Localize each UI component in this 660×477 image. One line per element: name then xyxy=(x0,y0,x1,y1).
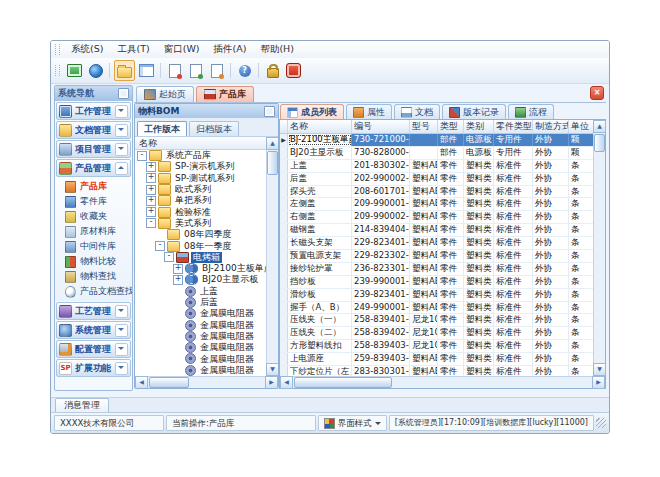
sidebar-item[interactable]: 原材料库 xyxy=(55,224,132,239)
tree-item[interactable]: BJ20主显示板 xyxy=(135,274,266,285)
menu-item[interactable]: 系统(S) xyxy=(64,42,110,57)
tree-item[interactable]: 美式系列 xyxy=(135,218,266,229)
pin-icon[interactable] xyxy=(264,106,275,117)
members-tab[interactable]: 版本记录 xyxy=(442,104,506,119)
computer-icon[interactable] xyxy=(65,61,84,80)
scroll-thumb[interactable] xyxy=(594,134,605,152)
column-header[interactable]: 制造方式 xyxy=(533,120,569,133)
nav-group[interactable]: 工艺管理 xyxy=(56,302,131,320)
scroll-thumb[interactable] xyxy=(267,151,278,175)
menu-grip[interactable] xyxy=(55,44,60,55)
chevron-down-icon[interactable] xyxy=(115,324,128,337)
scroll-up-icon[interactable]: ▲ xyxy=(593,120,606,133)
toolbar-grip[interactable] xyxy=(55,65,60,76)
table-row[interactable]: 压线夹（二） 258-839402-00X 尼龙1010 零件 塑料类 标准件 … xyxy=(280,327,593,340)
chevron-down-icon[interactable] xyxy=(115,343,128,356)
help-icon[interactable]: ? xyxy=(235,61,254,80)
tree-horizontal-scrollbar[interactable]: ◀ ▶ xyxy=(135,376,278,388)
tree-item[interactable]: 08年四季度 xyxy=(135,229,266,240)
sidebar-item[interactable]: 物料比较 xyxy=(55,254,132,269)
nav-group[interactable]: 文档管理 xyxy=(56,121,131,139)
column-header[interactable]: 型号 xyxy=(410,120,438,133)
version-tab[interactable]: 工作版本 xyxy=(137,121,187,136)
tree-expander-icon[interactable] xyxy=(164,252,174,262)
tree-item[interactable]: 金属膜电阻器 xyxy=(135,342,266,353)
sidebar-item[interactable]: 产品库 xyxy=(55,179,132,194)
column-header[interactable]: 单位 xyxy=(569,120,593,133)
document-tab[interactable]: 起始页 xyxy=(136,86,194,102)
chevron-down-icon[interactable] xyxy=(115,143,128,156)
tree-expander-icon[interactable] xyxy=(146,185,156,195)
tree-item[interactable]: 金属膜电阻器 xyxy=(135,331,266,342)
folder-open-icon[interactable] xyxy=(114,60,135,81)
doc-new-icon[interactable] xyxy=(207,61,226,80)
tree-item[interactable]: 欧式系列 xyxy=(135,184,266,195)
table-row[interactable]: 接纱轮护罩 236-823301-00X 塑料ABS 零件 塑料类 标准件 外协… xyxy=(280,263,593,276)
sidebar-item[interactable]: 零件库 xyxy=(55,194,132,209)
scroll-left-icon[interactable]: ◀ xyxy=(135,376,148,389)
close-icon[interactable]: × xyxy=(590,86,604,100)
menu-item[interactable]: 工具(T) xyxy=(110,42,156,57)
menu-item[interactable]: 插件(A) xyxy=(206,42,253,57)
chevron-down-icon[interactable] xyxy=(115,362,128,375)
resize-grip[interactable] xyxy=(596,418,606,428)
table-row[interactable]: 压线夹（一） 258-839401-00X 尼龙1010 零件 塑料类 标准件 … xyxy=(280,314,593,327)
column-header[interactable]: 编号 xyxy=(352,120,410,133)
table-row[interactable]: 滑纱板 239-823401-00X 塑料ABS 零件 塑料类 标准件 外协 条 xyxy=(280,289,593,302)
tree-item[interactable]: BJ-2100主板单点 xyxy=(135,263,266,274)
column-header[interactable]: 类型 xyxy=(438,120,464,133)
tree-item[interactable]: 金属膜电阻器 xyxy=(135,308,266,319)
doc-refresh-icon[interactable] xyxy=(186,61,205,80)
version-tab[interactable]: 归档版本 xyxy=(189,121,239,136)
tree-vertical-scrollbar[interactable]: ▲ ▼ xyxy=(266,137,278,376)
tree-expander-icon[interactable] xyxy=(155,241,165,251)
panels-icon[interactable] xyxy=(137,61,156,80)
tree-expander-icon[interactable] xyxy=(173,264,183,274)
nav-group[interactable]: 系统管理 xyxy=(56,321,131,339)
chevron-down-icon[interactable] xyxy=(115,124,128,137)
lock-icon[interactable] xyxy=(263,61,282,80)
table-row[interactable]: 挡纱板 239-990001-01X 塑料ABS 零件 塑料类 标准件 外协 条 xyxy=(280,276,593,289)
nav-group[interactable]: 工作管理 xyxy=(56,102,131,120)
nav-group[interactable]: 项目管理 xyxy=(56,140,131,158)
scroll-up-icon[interactable]: ▲ xyxy=(266,137,279,150)
tree-expander-icon[interactable] xyxy=(146,207,156,217)
tree-expander-icon[interactable] xyxy=(146,218,156,228)
table-row[interactable]: BJ20主显示板 730-828000-04X 部件 电源板 专用件 外协 颗 xyxy=(280,147,593,160)
scroll-down-icon[interactable]: ▼ xyxy=(593,363,606,376)
tree-item[interactable]: 电烤箱 xyxy=(135,252,266,263)
nav-group[interactable]: 配置管理 xyxy=(56,340,131,358)
chevron-down-icon[interactable] xyxy=(115,305,128,318)
tree-item[interactable]: 金属膜电阻器 xyxy=(135,319,266,330)
tree-expander-icon[interactable] xyxy=(146,196,156,206)
tree-item[interactable]: 上盖 xyxy=(135,286,266,297)
tree-item[interactable]: 后盖 xyxy=(135,297,266,308)
table-row[interactable]: 预置电源支架 229-823302-00X 塑料ABS 零件 塑料类 标准件 外… xyxy=(280,250,593,263)
scroll-right-icon[interactable]: ▶ xyxy=(265,376,278,389)
members-tab[interactable]: 文档 xyxy=(394,104,440,119)
pin-icon[interactable] xyxy=(118,88,129,99)
table-row[interactable]: 磁钢盖 214-839404-01X 塑料ABS 零件 塑料类 标准件 外协 条 xyxy=(280,224,593,237)
members-tab[interactable]: 成员列表 xyxy=(280,104,344,119)
grid-vertical-scrollbar[interactable]: ▲ ▼ xyxy=(593,120,605,376)
tree-expander-icon[interactable] xyxy=(137,151,147,161)
sidebar-item[interactable]: 产品文档查找 xyxy=(55,284,132,299)
doc-close-icon[interactable] xyxy=(165,61,184,80)
tree-expander-icon[interactable] xyxy=(146,173,156,183)
table-row[interactable]: 左侧盖 209-990001-01X 塑料ABS 零件 塑料类 标准件 外协 条 xyxy=(280,198,593,211)
tree-column-header[interactable]: 名称 xyxy=(135,137,266,150)
sidebar-item[interactable]: 物料查找 xyxy=(55,269,132,284)
tree-expander-icon[interactable] xyxy=(146,162,156,172)
message-tab[interactable]: 消息管理 xyxy=(55,398,109,412)
grid-horizontal-scrollbar[interactable]: ◀ ▶ xyxy=(280,376,605,388)
scroll-thumb[interactable] xyxy=(149,377,189,388)
table-row[interactable]: 上电源座 259-839403-00X 塑料ABS 零件 塑料类 标准件 外协 … xyxy=(280,353,593,366)
globe-icon[interactable] xyxy=(86,61,105,80)
tree-item[interactable]: SP-测试机系列 xyxy=(135,173,266,184)
table-row[interactable]: 右侧盖 209-990002-01X 塑料ABS 零件 塑料类 标准件 外协 条 xyxy=(280,211,593,224)
nav-group-product[interactable]: 产品管理 xyxy=(56,159,131,177)
chevron-up-icon[interactable] xyxy=(115,162,128,175)
sidebar-item[interactable]: 收藏夹 xyxy=(55,209,132,224)
table-row[interactable]: 探头壳 208-601701-01X 塑料ABS 零件 塑料类 标准件 外协 条 xyxy=(280,186,593,199)
table-row[interactable]: BJ-2100主板单点 730-721000-12X 部件 电源板 专用件 外协… xyxy=(280,134,593,147)
